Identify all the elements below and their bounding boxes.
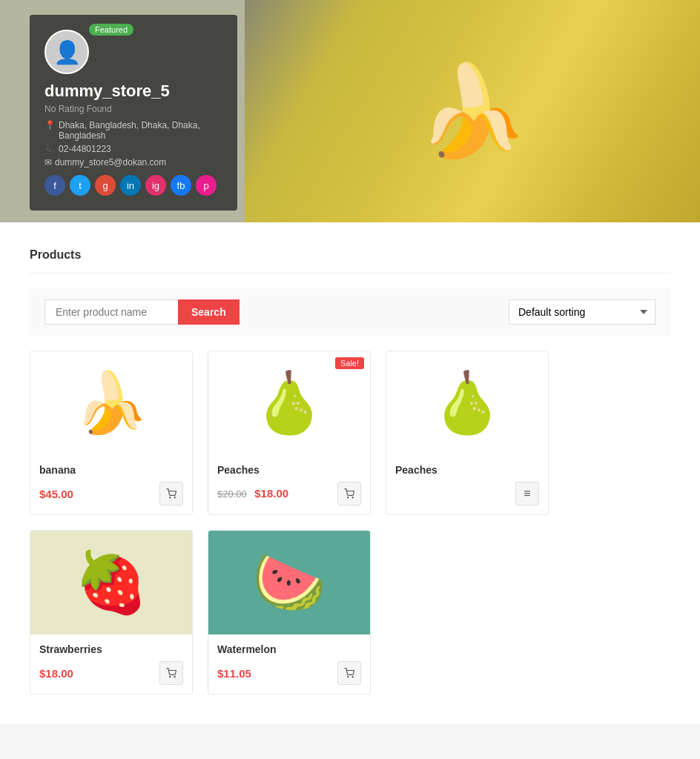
social-twitter[interactable]: t [70, 175, 90, 196]
product-image-strawberries: 🍓 [30, 531, 192, 634]
store-address: 📍 Dhaka, Bangladesh, Dhaka, Dhaka, Bangl… [44, 120, 222, 141]
sort-select[interactable]: Default sorting Sort by price: low to hi… [509, 299, 656, 325]
banana-emoji: 🍌 [74, 368, 148, 438]
store-email: ✉ dummy_store5@dokan.com [44, 157, 222, 168]
phone-icon: 📞 [44, 144, 56, 154]
social-facebook[interactable]: f [44, 175, 65, 196]
search-sort-bar: Search Default sorting Sort by price: lo… [30, 288, 670, 336]
product-image-peaches2: 🍐 [386, 351, 548, 455]
products-section: Products Search Default sorting Sort by … [0, 222, 700, 724]
product-image-watermelon: 🍉 [208, 531, 370, 634]
pear-emoji-2: 🍐 [430, 368, 504, 438]
old-price-peaches1: $20.00 [217, 488, 247, 500]
cart-icon-5 [344, 668, 354, 678]
price-strawberries: $18.00 [39, 667, 73, 680]
price-peaches1: $18.00 [254, 487, 288, 500]
product-name-banana: banana [39, 464, 183, 476]
price-banana: $45.00 [39, 488, 73, 500]
product-card-5: 🍉 Watermelon $11.05 [208, 530, 371, 695]
product-image-banana: 🍌 [30, 351, 192, 455]
products-title: Products [30, 237, 670, 274]
svg-point-3 [352, 497, 353, 498]
product-name-watermelon: Watermelon [217, 643, 361, 655]
price-group-peaches1: $20.00 $18.00 [217, 487, 288, 500]
cart-icon [166, 488, 176, 499]
product-info-peaches1: Peaches $20.00 $18.00 [208, 455, 370, 514]
social-instagram[interactable]: ig [145, 175, 166, 196]
product-price-row-strawberries: $18.00 [39, 661, 183, 685]
store-rating: No Rating Found [44, 104, 222, 114]
product-image-peaches1: Sale! 🍐 [208, 351, 370, 455]
svg-point-7 [352, 677, 353, 677]
store-avatar: 👤 [44, 30, 89, 74]
product-info-watermelon: Watermelon $11.05 [208, 634, 370, 694]
hero-banner: 🍌 👤 Featured dummy_store_5 No Rating Fou… [0, 0, 700, 222]
add-to-cart-banana[interactable] [159, 482, 183, 506]
svg-point-1 [174, 497, 175, 498]
featured-badge: Featured [89, 24, 133, 36]
social-facebook2[interactable]: fb [171, 175, 191, 196]
product-price-row-banana: $45.00 [39, 482, 183, 506]
social-pinterest[interactable]: p [196, 175, 217, 196]
search-button[interactable]: Search [178, 299, 240, 325]
price-peaches2-empty [395, 487, 398, 500]
svg-point-0 [170, 497, 171, 498]
hero-background: 🍌 [245, 0, 700, 222]
location-icon: 📍 [44, 120, 56, 130]
social-links: f t g in ig fb p [44, 175, 222, 196]
store-card: 👤 Featured dummy_store_5 No Rating Found… [30, 15, 237, 211]
banana-decoration: 🍌 [245, 0, 700, 222]
product-info-banana: banana $45.00 [30, 455, 192, 514]
svg-point-2 [348, 497, 349, 498]
add-to-cart-watermelon[interactable] [337, 661, 361, 685]
product-name-strawberries: Strawberries [39, 643, 183, 655]
svg-point-4 [170, 677, 171, 677]
product-price-row-peaches1: $20.00 $18.00 [217, 482, 361, 506]
strawberry-emoji: 🍓 [74, 548, 148, 617]
product-card-3: 🍐 Peaches ≡ [386, 351, 549, 515]
add-to-cart-peaches1[interactable] [337, 482, 361, 506]
svg-point-6 [348, 677, 349, 677]
email-icon: ✉ [44, 157, 52, 168]
product-grid: 🍌 banana $45.00 Sale! 🍐 Peaches [30, 351, 549, 695]
product-price-row-peaches2: ≡ [395, 482, 539, 506]
social-google[interactable]: g [95, 175, 116, 196]
price-watermelon: $11.05 [217, 667, 251, 680]
sale-badge: Sale! [335, 357, 364, 369]
cart-icon-2 [344, 488, 354, 499]
product-card-1: 🍌 banana $45.00 [30, 351, 193, 515]
product-card-2: Sale! 🍐 Peaches $20.00 $18.00 [208, 351, 371, 515]
search-input[interactable] [44, 299, 178, 325]
product-info-peaches2: Peaches ≡ [386, 455, 548, 514]
product-info-strawberries: Strawberries $18.00 [30, 634, 192, 694]
svg-point-5 [174, 677, 175, 677]
product-name-peaches1: Peaches [217, 464, 361, 476]
product-card-4: 🍓 Strawberries $18.00 [30, 530, 193, 695]
watermelon-emoji: 🍉 [252, 548, 326, 617]
store-phone: 📞 02-44801223 [44, 144, 222, 154]
social-linkedin[interactable]: in [120, 175, 141, 196]
product-price-row-watermelon: $11.05 [217, 661, 361, 685]
add-to-cart-peaches2[interactable]: ≡ [515, 482, 539, 506]
search-group: Search [44, 299, 240, 325]
add-to-cart-strawberries[interactable] [159, 661, 183, 685]
store-name: dummy_store_5 [44, 82, 222, 101]
sort-wrapper: Default sorting Sort by price: low to hi… [509, 299, 656, 325]
avatar-icon: 👤 [53, 39, 81, 65]
pear-emoji-1: 🍐 [252, 368, 326, 438]
cart-icon-4 [166, 668, 176, 678]
product-name-peaches2: Peaches [395, 464, 539, 476]
